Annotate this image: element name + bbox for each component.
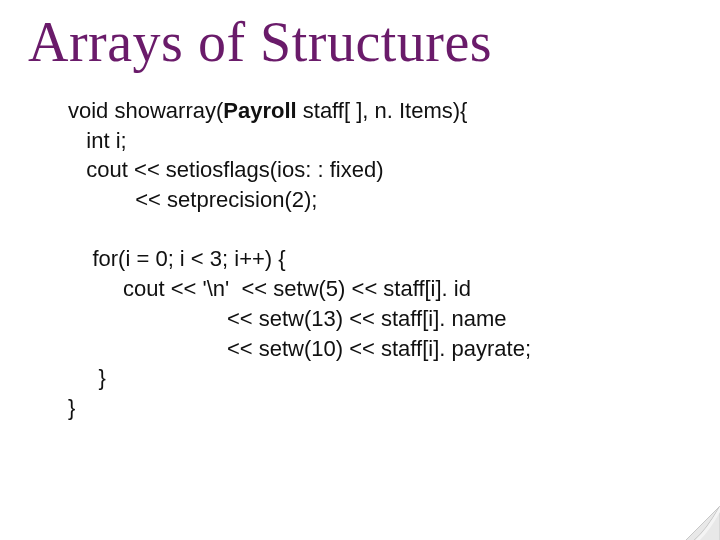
code-line-6: for(i = 0; i < 3; i++) { [68,246,286,271]
code-line-4: << setprecision(2); [68,187,317,212]
svg-marker-1 [676,506,720,540]
slide-title: Arrays of Structures [28,10,692,74]
slide: Arrays of Structures void showarray(Payr… [0,10,720,540]
code-line-2: int i; [68,128,127,153]
code-line-9: << setw(10) << staff[i]. payrate; [68,336,531,361]
code-line-10: } [68,365,106,390]
code-line-11: } [68,395,75,420]
svg-marker-0 [676,506,720,540]
code-line-1c: staff[ ], n. Items){ [297,98,468,123]
code-line-7: cout << '\n' << setw(5) << staff[i]. id [68,276,471,301]
code-line-8: << setw(13) << staff[i]. name [68,306,507,331]
code-block: void showarray(Payroll staff[ ], n. Item… [68,96,692,423]
code-line-3: cout << setiosflags(ios: : fixed) [68,157,383,182]
code-line-1a: void showarray( [68,98,223,123]
code-keyword-payroll: Payroll [223,98,296,123]
page-curl-icon [676,506,720,540]
